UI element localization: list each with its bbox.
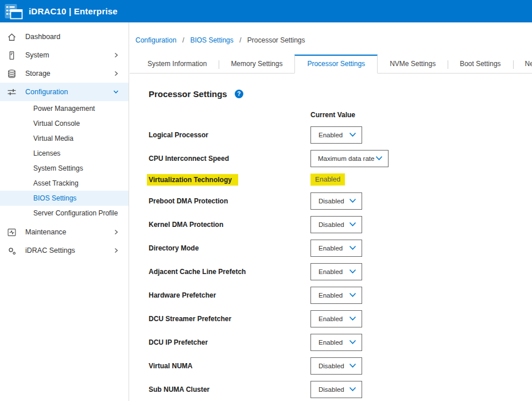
setting-label: Directory Mode [149,244,310,252]
dropdown-value: Enabled [319,339,343,346]
setting-row-preboot-dma-protection: Preboot DMA Protection Disabled [149,189,532,213]
dropdown-value: Disabled [319,363,344,369]
sidebar-subitem-virtual-media[interactable]: Virtual Media [0,131,129,146]
setting-label: DCU Streamer Prefetcher [149,315,310,323]
sidebar-item-label: Storage [25,70,112,78]
highlight-marker: Virtualization Technology [147,174,238,186]
sidebar-item-label: System [25,51,112,59]
breadcrumb-link-configuration[interactable]: Configuration [135,36,176,44]
setting-label: Kernel DMA Protection [149,221,310,229]
breadcrumb-link-bios-settings[interactable]: BIOS Settings [190,36,233,44]
current-value-column-header: Current Value [310,111,532,119]
sidebar-subitem-label: Server Configuration Profile [33,209,118,217]
sub-numa-cluster-dropdown[interactable]: Disabled [310,381,362,398]
chevron-down-icon [349,363,356,368]
sidebar-subitem-asset-tracking[interactable]: Asset Tracking [0,176,129,191]
setting-label: DCU IP Prefetcher [149,338,310,346]
dropdown-value: Disabled [319,198,344,205]
setting-row-logical-processor: Logical Processor Enabled [149,123,532,146]
sidebar-item-label: Maintenance [25,228,112,236]
chevron-down-icon [349,132,356,137]
tab-bar: System Information Memory Settings Proce… [130,55,532,74]
setting-row-virtualization-technology: Virtualization Technology Enabled [149,170,532,189]
logical-processor-dropdown[interactable]: Enabled [310,126,362,144]
sidebar-subitem-label: Virtual Console [33,119,80,128]
breadcrumb-separator: / [239,36,241,44]
preboot-dma-protection-dropdown[interactable]: Disabled [310,192,362,210]
dropdown-value: Enabled [319,292,343,299]
setting-row-sub-numa-cluster: Sub NUMA Cluster Disabled [149,377,532,401]
adjacent-cache-line-prefetch-dropdown[interactable]: Enabled [310,263,362,280]
chevron-down-icon [349,222,356,227]
dropdown-value: Disabled [319,221,344,228]
setting-value: Enabled [310,173,345,186]
breadcrumb-separator: / [182,36,184,44]
sidebar-subitem-label: Power Management [33,105,95,113]
chevron-down-icon [349,245,356,250]
server-icon [7,51,17,60]
chevron-right-icon [112,229,119,236]
cpu-interconnect-speed-dropdown[interactable]: Maximum data rate [310,150,389,167]
dropdown-value: Enabled [319,245,343,252]
home-icon [7,32,17,42]
sidebar-subitem-server-configuration-profile[interactable]: Server Configuration Profile [0,206,129,221]
setting-label: Virtualization Technology [149,174,310,186]
app-title: iDRAC10 | Enterprise [29,6,118,16]
setting-row-directory-mode: Directory Mode Enabled [149,236,532,260]
sliders-icon [7,87,17,97]
setting-row-kernel-dma-protection: Kernel DMA Protection Disabled [149,213,532,236]
chevron-down-icon [349,198,356,203]
sidebar-subitem-label: System Settings [33,164,83,172]
help-icon[interactable]: ? [235,90,243,98]
setting-label: CPU Interconnect Speed [149,155,310,163]
setting-row-virtual-numa: Virtual NUMA Disabled [149,354,532,377]
dropdown-value: Enabled [319,132,343,138]
sidebar-subitem-label: Licenses [33,149,60,157]
sidebar-item-label: iDRAC Settings [25,246,112,255]
setting-label: Sub NUMA Cluster [149,385,310,394]
sidebar-subitem-system-settings[interactable]: System Settings [0,161,129,176]
sidebar-item-configuration[interactable]: Configuration [0,83,129,101]
tab-nvme-settings[interactable]: NVMe Settings [378,55,448,73]
sidebar-subitem-label: BIOS Settings [33,194,76,202]
setting-row-adjacent-cache-line-prefetch: Adjacent Cache Line Prefetch Enabled [149,260,532,283]
main-panel: Configuration / BIOS Settings / Processo… [130,22,532,401]
setting-label: Adjacent Cache Line Prefetch [149,268,310,276]
setting-label: Preboot DMA Protection [149,197,310,205]
sidebar-item-label: Configuration [25,88,112,96]
sidebar-item-maintenance[interactable]: Maintenance [0,223,129,241]
hardware-prefetcher-dropdown[interactable]: Enabled [310,287,362,304]
tab-system-information[interactable]: System Information [135,55,219,73]
setting-label: Logical Processor [149,131,310,139]
database-icon [7,69,17,79]
sidebar-subitem-bios-settings[interactable]: BIOS Settings [0,191,129,206]
tab-memory-settings[interactable]: Memory Settings [219,55,294,73]
chevron-right-icon [112,247,119,254]
sidebar-item-system[interactable]: System [0,46,129,64]
setting-label-text: Virtualization Technology [149,176,232,184]
gears-icon [7,246,17,256]
tab-network-settings[interactable]: Network Settings [513,55,532,73]
chevron-down-icon [349,292,356,298]
sidebar-subitem-licenses[interactable]: Licenses [0,146,129,161]
page-title-row: Processor Settings ? [149,88,532,99]
sidebar-subitem-virtual-console[interactable]: Virtual Console [0,116,129,131]
chevron-down-icon [349,269,356,274]
sidebar-item-idrac-settings[interactable]: iDRAC Settings [0,241,129,260]
virtual-numa-dropdown[interactable]: Disabled [310,357,362,375]
tab-processor-settings[interactable]: Processor Settings [294,55,378,74]
sidebar-subitem-power-management[interactable]: Power Management [0,101,129,116]
chevron-down-icon [349,387,356,392]
tab-boot-settings[interactable]: Boot Settings [448,55,512,73]
kernel-dma-protection-dropdown[interactable]: Disabled [310,216,362,233]
sidebar-item-dashboard[interactable]: Dashboard [0,28,129,46]
setting-row-hardware-prefetcher: Hardware Prefetcher Enabled [149,283,532,307]
processor-settings-panel: Processor Settings ? Current Value Logic… [130,74,532,401]
directory-mode-dropdown[interactable]: Enabled [310,240,362,257]
dcu-streamer-prefetcher-dropdown[interactable]: Enabled [310,310,362,327]
dcu-ip-prefetcher-dropdown[interactable]: Enabled [310,334,362,351]
idrac-logo-icon [5,3,23,20]
sidebar-item-storage[interactable]: Storage [0,64,129,83]
chevron-right-icon [112,70,119,77]
settings-form: Logical Processor Enabled CPU Interconne… [149,123,532,401]
